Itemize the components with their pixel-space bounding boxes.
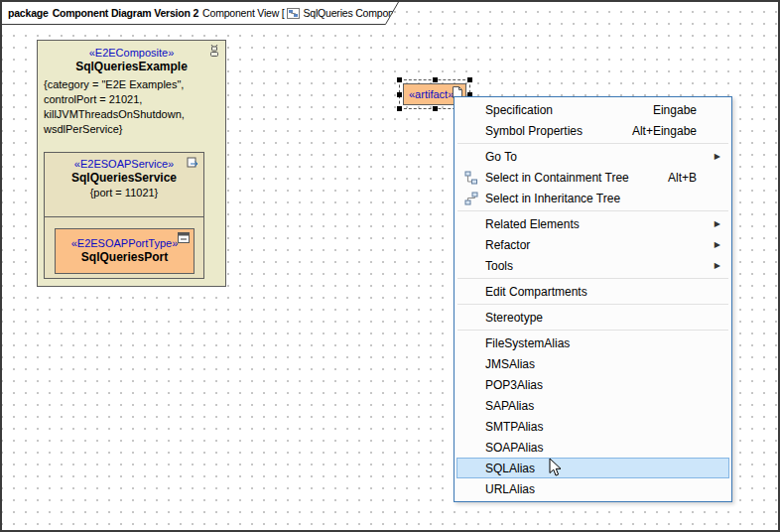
frame-title: Component Diagram Version 2 (53, 7, 198, 19)
component-sqlqueriesservice[interactable]: «E2ESOAPService» SqlQueriesService {port… (44, 152, 204, 279)
menu-item-pop3alias[interactable]: POP3Alias (456, 374, 729, 395)
property-line: controlPort = 21021, (44, 92, 221, 107)
component-name: SqlQueriesExample (38, 60, 225, 74)
menu-item-symbol-properties[interactable]: Symbol Properties Alt+Eingabe (456, 120, 729, 141)
menu-item-label: FileSystemAlias (485, 336, 570, 350)
menu-item-filesystemalias[interactable]: FileSystemAlias (456, 332, 729, 353)
stereotype-label: «E2ESOAPPortType» (56, 236, 194, 250)
port-type-icon (178, 232, 190, 243)
component-properties: {port = 11021} (45, 186, 203, 200)
menu-item-select-in-containment-tree[interactable]: Select in Containment Tree Alt+B (456, 167, 729, 188)
menu-item-related-elements[interactable]: Related Elements ▶ (456, 213, 729, 234)
frame-keyword: package (8, 7, 49, 19)
menu-item-shortcut: Alt+Eingabe (632, 124, 728, 138)
selection-handle[interactable] (397, 77, 402, 82)
submenu-arrow-icon: ▶ (715, 152, 728, 161)
menu-item-tools[interactable]: Tools ▶ (456, 255, 729, 276)
menu-item-label: JMSAlias (485, 357, 535, 371)
containment-tree-icon (464, 171, 478, 185)
diagram-canvas[interactable]: package Component Diagram Version 2 Comp… (0, 0, 780, 532)
menu-item-label: Symbol Properties (485, 124, 583, 138)
frame-context: Component View [ (202, 7, 284, 19)
frame-diagram-name: SqlQueries Components (304, 7, 413, 19)
menu-item-label: SOAPAlias (485, 441, 543, 455)
mouse-cursor (546, 458, 564, 477)
e2e-composite-icon (207, 44, 221, 58)
selection-handle[interactable] (397, 92, 402, 97)
menu-item-label: POP3Alias (485, 378, 543, 392)
selection-handle[interactable] (467, 77, 472, 82)
property-line: killJVMThreadsOnShutdown, (44, 107, 221, 122)
diagram-icon (287, 7, 300, 20)
menu-item-edit-compartments[interactable]: Edit Compartments (456, 281, 729, 302)
component-sqlqueriesexample[interactable]: «E2EComposite» SqlQueriesExample {catego… (37, 40, 226, 287)
menu-item-label: Tools (485, 259, 513, 273)
menu-item-jmsalias[interactable]: JMSAlias (456, 353, 729, 374)
menu-item-label: Related Elements (485, 217, 580, 231)
menu-item-sqlalias[interactable]: SQLAlias (456, 458, 729, 478)
diagram-frame-tab: package Component Diagram Version 2 Comp… (2, 2, 399, 24)
menu-item-go-to[interactable]: Go To ▶ (456, 146, 729, 167)
submenu-arrow-icon: ▶ (715, 219, 728, 228)
menu-item-label: Edit Compartments (485, 285, 587, 299)
context-menu: Specification Eingabe Symbol Properties … (454, 96, 732, 502)
soap-service-icon (187, 156, 199, 169)
selection-handle[interactable] (433, 106, 438, 111)
menu-separator (457, 304, 728, 305)
inheritance-tree-icon (464, 192, 478, 205)
menu-icon-slot (457, 192, 485, 205)
submenu-arrow-icon: ▶ (715, 240, 728, 249)
component-sqlqueriesport[interactable]: «E2ESOAPPortType» SqlQueriesPort (55, 228, 195, 274)
menu-item-label: Select in Inheritance Tree (485, 192, 620, 205)
menu-item-shortcut: Eingabe (653, 103, 728, 117)
selection-handle[interactable] (397, 106, 402, 111)
menu-item-shortcut: Alt+B (668, 171, 728, 185)
menu-item-label: SMTPAlias (485, 420, 543, 434)
stereotype-label: «E2EComposite» (38, 46, 225, 60)
frame-bracket: ] (417, 7, 420, 19)
menu-item-label: Go To (485, 150, 517, 164)
compartment-separator (45, 216, 203, 217)
menu-item-urlalias[interactable]: URLAlias (456, 478, 729, 499)
menu-item-smtpalias[interactable]: SMTPAlias (456, 416, 729, 437)
menu-item-label: Refactor (485, 238, 530, 252)
menu-item-label: SQLAlias (485, 462, 535, 475)
menu-item-select-in-inheritance-tree[interactable]: Select in Inheritance Tree (456, 188, 729, 208)
component-properties: {category = "E2E Examples", controlPort … (38, 74, 225, 137)
menu-separator (457, 278, 728, 279)
menu-item-label: Select in Containment Tree (485, 171, 629, 185)
menu-item-label: SAPAlias (485, 399, 534, 413)
property-line: {category = "E2E Examples", (44, 77, 221, 92)
menu-item-sapalias[interactable]: SAPAlias (456, 395, 729, 416)
menu-item-specification[interactable]: Specification Eingabe (456, 99, 729, 120)
stereotype-label: «E2ESOAPService» (45, 157, 203, 171)
menu-icon-slot (457, 171, 485, 185)
menu-item-label: Specification (485, 103, 553, 117)
menu-item-soapalias[interactable]: SOAPAlias (456, 437, 729, 458)
menu-item-refactor[interactable]: Refactor ▶ (456, 234, 729, 255)
menu-separator (457, 330, 728, 331)
menu-separator (457, 210, 728, 211)
menu-item-stereotype[interactable]: Stereotype (456, 307, 729, 328)
property-line: wsdlPerService} (44, 122, 221, 137)
selection-handle[interactable] (433, 77, 438, 82)
menu-item-label: Stereotype (485, 311, 543, 325)
menu-item-label: URLAlias (485, 482, 535, 496)
component-name: SqlQueriesService (45, 171, 203, 186)
submenu-arrow-icon: ▶ (715, 261, 728, 270)
menu-separator (457, 143, 728, 144)
component-name: SqlQueriesPort (56, 250, 194, 265)
